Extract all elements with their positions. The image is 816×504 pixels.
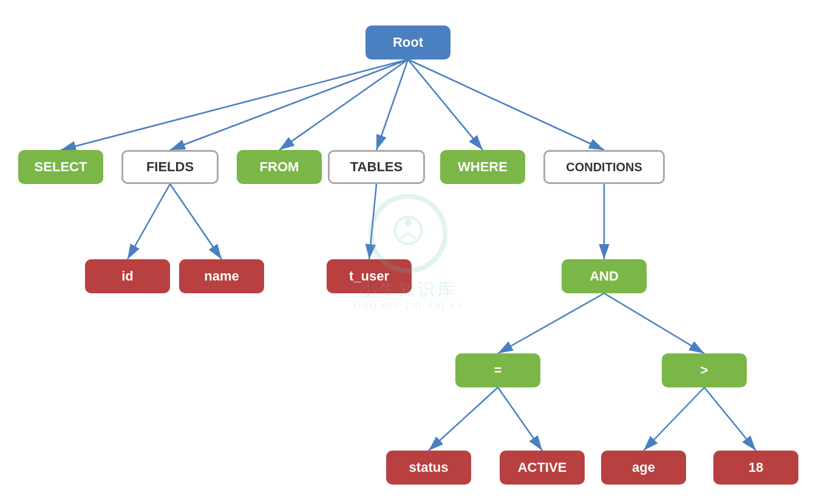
svg-line-12 xyxy=(604,293,704,353)
node-fields: FIELDS xyxy=(121,150,219,184)
node-name: name xyxy=(179,259,264,293)
svg-line-13 xyxy=(429,387,498,451)
node-age: age xyxy=(601,451,686,485)
node-select: SELECT xyxy=(18,150,103,184)
svg-line-8 xyxy=(170,184,222,259)
node-from: FROM xyxy=(237,150,322,184)
node-and: AND xyxy=(562,259,647,293)
svg-line-9 xyxy=(369,184,376,259)
tree-diagram: RootSELECTFIELDSFROMTABLESWHERECONDITION… xyxy=(0,0,816,504)
node-eq: = xyxy=(455,353,540,387)
node-status: status xyxy=(386,451,471,485)
svg-line-16 xyxy=(704,387,756,451)
node-root: Root xyxy=(365,26,450,60)
svg-line-2 xyxy=(170,60,408,150)
tree-connections xyxy=(0,0,816,504)
node-active: ACTIVE xyxy=(500,451,585,485)
node-eighteen: 18 xyxy=(713,451,798,485)
svg-line-6 xyxy=(408,60,604,150)
svg-line-3 xyxy=(279,60,408,150)
svg-line-4 xyxy=(376,60,408,150)
node-where: WHERE xyxy=(440,150,525,184)
svg-line-5 xyxy=(408,60,483,150)
svg-line-11 xyxy=(498,293,604,353)
node-gt: > xyxy=(662,353,747,387)
node-tables: TABLES xyxy=(328,150,425,184)
node-id: id xyxy=(85,259,170,293)
svg-point-18 xyxy=(404,219,412,226)
node-conditions: CONDITIONS xyxy=(543,150,665,184)
node-t_user: t_user xyxy=(327,259,412,293)
svg-line-15 xyxy=(644,387,704,451)
svg-line-7 xyxy=(127,184,170,259)
svg-line-1 xyxy=(61,60,408,150)
svg-point-17 xyxy=(395,217,421,244)
svg-line-14 xyxy=(498,387,542,451)
